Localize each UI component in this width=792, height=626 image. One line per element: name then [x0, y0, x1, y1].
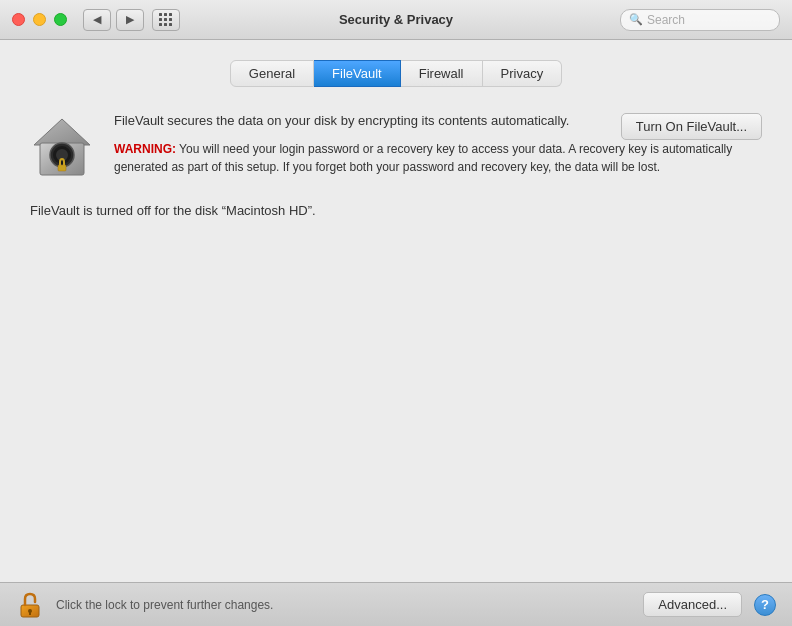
search-placeholder: Search — [647, 13, 685, 27]
lock-description: Click the lock to prevent further change… — [56, 598, 631, 612]
tab-firewall[interactable]: Firewall — [401, 60, 483, 87]
forward-icon: ▶ — [126, 13, 134, 26]
filevault-status: FileVault is turned off for the disk “Ma… — [30, 203, 762, 218]
maximize-button[interactable] — [54, 13, 67, 26]
lock-button[interactable] — [16, 591, 44, 619]
filevault-description: FileVault secures the data on your disk … — [114, 111, 601, 131]
close-button[interactable] — [12, 13, 25, 26]
grid-view-button[interactable] — [152, 9, 180, 31]
window-controls — [12, 13, 67, 26]
tab-bar: General FileVault Firewall Privacy — [30, 60, 762, 87]
svg-marker-0 — [34, 119, 90, 145]
help-button[interactable]: ? — [754, 594, 776, 616]
warning-label: WARNING: — [114, 142, 176, 156]
grid-icon — [159, 13, 173, 27]
tab-privacy[interactable]: Privacy — [483, 60, 563, 87]
turn-on-filevault-button[interactable]: Turn On FileVault... — [621, 113, 762, 140]
filevault-top-row: FileVault secures the data on your disk … — [114, 111, 762, 140]
search-bar[interactable]: 🔍 Search — [620, 9, 780, 31]
content-panel: FileVault secures the data on your disk … — [30, 111, 762, 562]
tab-general[interactable]: General — [230, 60, 314, 87]
svg-rect-5 — [58, 165, 66, 171]
search-icon: 🔍 — [629, 13, 643, 26]
window-title: Security & Privacy — [339, 12, 453, 27]
back-icon: ◀ — [93, 13, 101, 26]
bottom-bar: Click the lock to prevent further change… — [0, 582, 792, 626]
warning-text: You will need your login password or a r… — [114, 142, 732, 174]
forward-button[interactable]: ▶ — [116, 9, 144, 31]
filevault-description-block: FileVault secures the data on your disk … — [114, 111, 762, 176]
tab-filevault[interactable]: FileVault — [314, 60, 401, 87]
minimize-button[interactable] — [33, 13, 46, 26]
titlebar: ◀ ▶ Security & Privacy 🔍 Search — [0, 0, 792, 40]
back-button[interactable]: ◀ — [83, 9, 111, 31]
advanced-button[interactable]: Advanced... — [643, 592, 742, 617]
filevault-info: FileVault secures the data on your disk … — [30, 111, 762, 179]
lock-icon — [19, 592, 41, 618]
svg-rect-8 — [29, 612, 31, 615]
main-content: General FileVault Firewall Privacy — [0, 40, 792, 582]
nav-buttons: ◀ ▶ — [83, 9, 144, 31]
filevault-warning: WARNING: You will need your login passwo… — [114, 140, 762, 176]
filevault-icon — [30, 115, 94, 179]
